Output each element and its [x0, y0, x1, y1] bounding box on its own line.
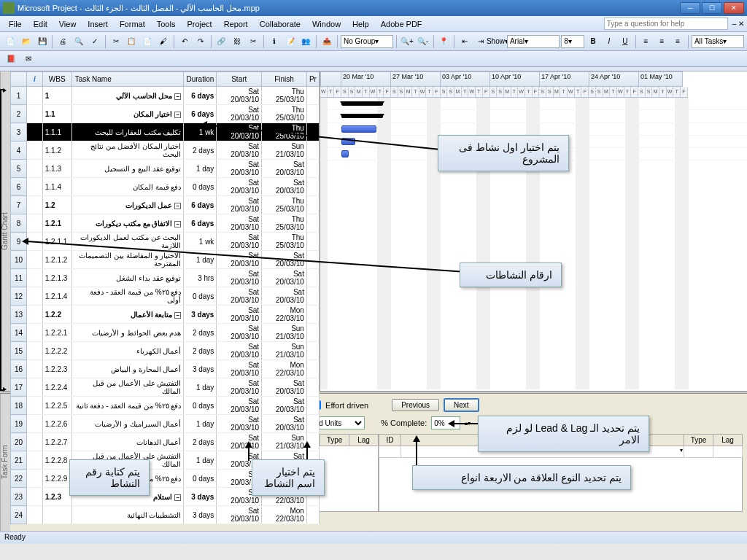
copy-icon[interactable]: 📋 — [125, 34, 139, 50]
publish-icon[interactable]: 📤 — [320, 34, 334, 50]
table-row[interactable]: 13 1.2.2 −متابعة الأعمال 3 days Sat 20/0… — [11, 306, 320, 324]
pred-lag-header[interactable]: Lag — [349, 435, 379, 446]
table-row[interactable]: 2 1.1 −اختيار المكان 6 days Sat 20/03/10… — [11, 105, 320, 123]
help-search-input[interactable] — [604, 18, 728, 30]
col-finish[interactable]: Finish — [262, 72, 307, 87]
succ-lag-header[interactable]: Lag — [713, 435, 743, 446]
task-form-label[interactable]: Task Form — [0, 394, 10, 531]
summary-bar[interactable] — [341, 114, 383, 118]
maximize-button[interactable]: ☐ — [702, 2, 722, 14]
font-combo[interactable]: Arial ▾ — [507, 35, 560, 48]
menu-adobe-pdf[interactable]: Adobe PDF — [375, 18, 428, 30]
menu-project[interactable]: Project — [181, 18, 217, 30]
table-row[interactable]: 7 1.2 −عمل الديكورات 6 days Sat 20/03/10… — [11, 196, 320, 214]
menu-tools[interactable]: Tools — [151, 18, 182, 30]
save-icon[interactable]: 💾 — [35, 34, 50, 50]
pdf-email-icon[interactable]: ✉ — [20, 51, 36, 67]
undo-icon[interactable]: ↶ — [177, 34, 192, 50]
close-button[interactable]: ✕ — [724, 2, 744, 14]
underline-icon[interactable]: U — [618, 34, 632, 50]
show-button[interactable]: Show ▾ — [489, 34, 506, 50]
split-icon[interactable]: ✂ — [246, 34, 260, 50]
callout-first-task: يتم اختيار اول نشاط فى المشروع — [438, 135, 569, 171]
col-start[interactable]: Start — [217, 72, 262, 87]
menu-collaborate[interactable]: Collaborate — [254, 18, 306, 30]
window-title: Microsoft Project - محل الحاسب الآلي - ا… — [18, 4, 680, 13]
spell-icon[interactable]: ✓ — [88, 34, 102, 50]
table-row[interactable]: 15 1.2.2.2 أعمال الكهرباء 2 days Sat 20/… — [11, 342, 320, 360]
pdf-convert-icon[interactable]: 📕 — [3, 51, 19, 67]
col-duration[interactable]: Duration — [184, 72, 217, 87]
zoom-out-icon[interactable]: 🔍- — [416, 34, 430, 50]
summary-bar[interactable] — [341, 101, 383, 106]
table-row[interactable]: 20 1.2.2.7 أعمال الدهانات 2 days Sat 20/… — [11, 433, 320, 451]
align-left-icon[interactable]: ≡ — [639, 34, 654, 50]
succ-id-header[interactable]: ID — [379, 435, 401, 446]
assign-icon[interactable]: 👥 — [299, 34, 314, 50]
pct-complete-label: % Complete: — [381, 419, 427, 427]
table-row[interactable]: 14 1.2.2.1 هدم بعض الحوائط و الأرضيات 2 … — [11, 324, 320, 342]
new-icon[interactable]: 📄 — [3, 34, 18, 50]
filter-combo[interactable]: All Tasks ▾ — [692, 35, 744, 48]
paste-icon[interactable]: 📄 — [140, 34, 155, 50]
table-row[interactable]: 12 1.2.1.4 دفع ٢٥% من قيمة العقد - دفعة … — [11, 287, 320, 306]
pred-type-header[interactable]: Type — [320, 435, 349, 446]
col-wbs[interactable]: WBS — [42, 72, 71, 87]
redo-icon[interactable]: ↷ — [193, 34, 208, 50]
col-pred[interactable]: Pr — [306, 72, 319, 87]
goto-task-icon[interactable]: 📍 — [437, 34, 452, 50]
table-row[interactable]: 11 1.2.1.3 توقيع عقد بداء الشغل 3 hrs Sa… — [11, 269, 320, 287]
table-row[interactable]: 10 1.2.1.2 الاختيار و المفاضلة بين التصم… — [11, 251, 320, 269]
col-row-header[interactable] — [11, 72, 27, 87]
preview-icon[interactable]: 🔍 — [71, 34, 86, 50]
col-task-name[interactable]: Task Name — [71, 72, 184, 87]
print-icon[interactable]: 🖨 — [55, 34, 70, 50]
gantt-chart[interactable]: 20 Mar '1027 Mar '1003 Apr '1010 Apr '10… — [320, 71, 747, 391]
outdent-icon[interactable]: ⇤ — [457, 34, 472, 50]
table-row[interactable]: 16 1.2.2.3 أعمال المحارة و البياض 3 days… — [11, 360, 320, 378]
menu-insert[interactable]: Insert — [82, 18, 114, 30]
cut-icon[interactable]: ✂ — [109, 34, 123, 50]
next-button[interactable]: Next — [444, 398, 479, 412]
task-bar[interactable] — [341, 150, 349, 158]
table-row[interactable]: 5 1.1.3 توقيع عقد البيع و التسجيل 1 day … — [11, 160, 320, 178]
open-icon[interactable]: 📂 — [19, 34, 34, 50]
succ-type-header[interactable]: Type — [684, 435, 713, 446]
menu-format[interactable]: Format — [114, 18, 151, 30]
table-row[interactable]: 6 1.1.4 دفع قيمة المكان 0 days Sat 20/03… — [11, 178, 320, 196]
group-combo[interactable]: No Group ▾ — [341, 35, 393, 48]
table-row[interactable]: 8 1.2.1 −الاتفاق مع مكتب ديكورات 6 days … — [11, 214, 320, 233]
table-row[interactable]: 1 1 −محل الحاسب الآلي 6 days Sat 20/03/1… — [11, 87, 320, 105]
table-row[interactable]: 4 1.1.2 اختيار المكان الأفضل من نتائج ال… — [11, 141, 320, 160]
task-table: i WBS Task Name Duration Start Finish Pr… — [10, 71, 320, 391]
menu-file[interactable]: File — [3, 18, 28, 30]
table-row[interactable]: 18 1.2.2.5 دفع ٢٥% من قيمة العقد - دفعة … — [11, 397, 320, 415]
menu-window[interactable]: Window — [306, 18, 347, 30]
minimize-button[interactable]: ─ — [680, 2, 700, 14]
align-center-icon[interactable]: ≡ — [654, 34, 669, 50]
align-right-icon[interactable]: ≡ — [670, 34, 685, 50]
previous-button[interactable]: Previous — [392, 399, 439, 411]
menu-report[interactable]: Report — [218, 18, 254, 30]
menu-help[interactable]: Help — [347, 18, 375, 30]
col-info[interactable]: i — [26, 72, 42, 87]
format-painter-icon[interactable]: 🖌 — [156, 34, 171, 50]
timeline-week: 27 Mar '10 — [391, 71, 441, 87]
table-row[interactable]: 9 1.2.1.1 البحث عن مكتب لعمل الديكورات ا… — [11, 233, 320, 251]
callout-task-numbers: ارقام النشاطات — [460, 262, 562, 287]
table-row[interactable]: 24 التشطيبات النهائية 3 days Sat 20/03/1… — [11, 506, 320, 524]
italic-icon[interactable]: I — [602, 34, 616, 50]
table-row[interactable]: 17 1.2.2.4 التفتيش على الأعمال من قبل ال… — [11, 378, 320, 397]
task-bar[interactable] — [341, 125, 376, 133]
link-icon[interactable]: 🔗 — [214, 34, 229, 50]
zoom-in-icon[interactable]: 🔍+ — [400, 34, 414, 50]
menu-edit[interactable]: Edit — [28, 18, 53, 30]
fontsize-combo[interactable]: 8 ▾ — [561, 35, 584, 48]
menu-view[interactable]: View — [53, 18, 82, 30]
bold-icon[interactable]: B — [586, 34, 600, 50]
notes-icon[interactable]: 📝 — [283, 34, 298, 50]
unlink-icon[interactable]: ⛓ — [230, 34, 244, 50]
table-row[interactable]: 19 1.2.2.6 أعمال السيراميك و الأرضيات 1 … — [11, 415, 320, 433]
gantt-row — [320, 123, 747, 136]
info-icon[interactable]: ℹ — [267, 34, 282, 50]
